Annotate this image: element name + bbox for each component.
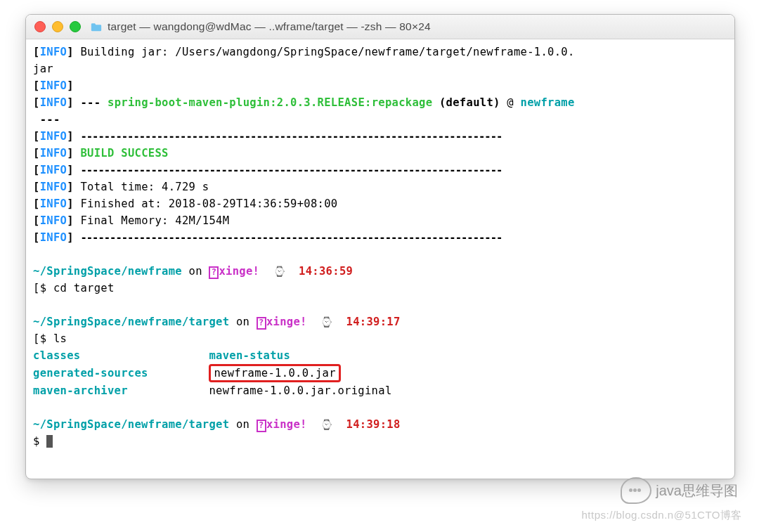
branch-icon: ?	[257, 317, 266, 330]
window-title: target — wangdong@wdMac — ..wframe/targe…	[108, 20, 431, 33]
minimize-icon[interactable]	[52, 21, 63, 32]
branch-icon: ?	[257, 420, 266, 432]
ls-dir: generated-sources	[33, 367, 148, 379]
ls-dir: classes	[33, 349, 80, 362]
folder-icon	[91, 22, 102, 32]
cursor-icon	[46, 435, 53, 448]
terminal-body[interactable]: [INFO] Building jar: /Users/wangdong/Spr…	[26, 39, 734, 479]
zoom-icon[interactable]	[70, 21, 81, 32]
close-icon[interactable]	[34, 21, 46, 32]
watch-icon: ⌚	[320, 419, 332, 430]
highlight-box: newframe-1.0.0.jar	[209, 364, 340, 382]
watch-icon: ⌚	[320, 316, 332, 327]
watermark-url: https://blog.csdn.n@51CTO博客	[581, 509, 742, 522]
terminal-window: target — wangdong@wdMac — ..wframe/targe…	[25, 14, 735, 479]
traffic-lights	[34, 21, 81, 32]
ls-dir: maven-archiver	[33, 384, 128, 397]
watermark-wechat: java思维导图	[621, 477, 738, 504]
branch-icon: ?	[209, 266, 219, 279]
wechat-icon	[621, 477, 651, 504]
titlebar[interactable]: target — wangdong@wdMac — ..wframe/targe…	[26, 15, 734, 39]
watch-icon: ⌚	[273, 266, 285, 277]
ls-dir: maven-status	[209, 349, 290, 362]
